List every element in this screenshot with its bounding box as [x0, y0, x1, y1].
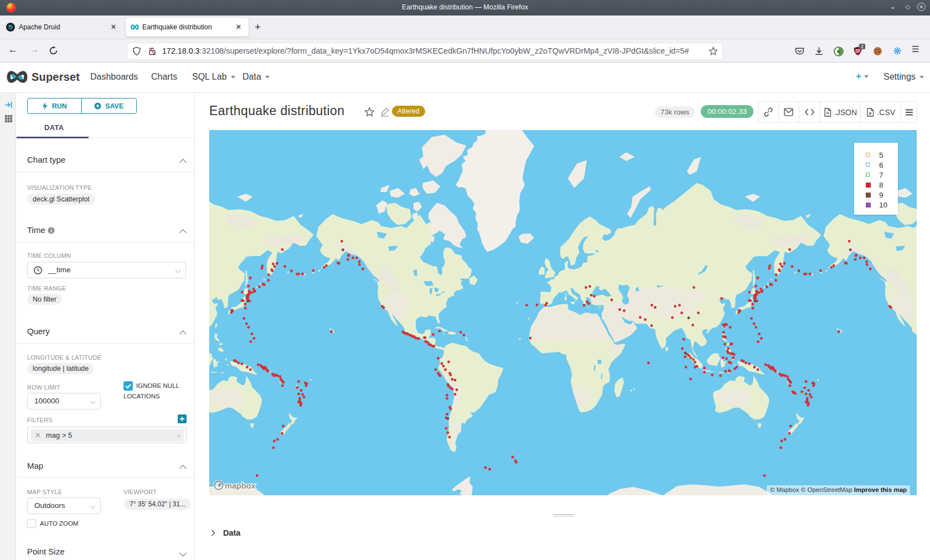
- svg-text:mapbox: mapbox: [225, 481, 256, 490]
